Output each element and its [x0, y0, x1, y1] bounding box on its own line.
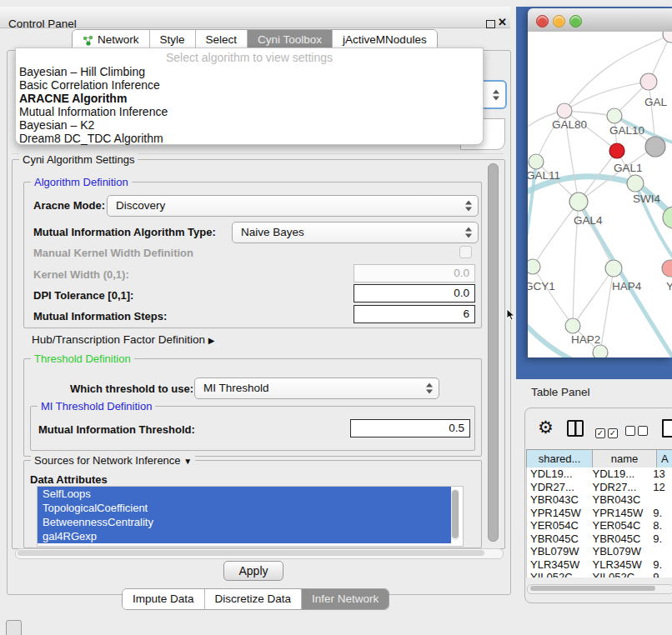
tab-infer-network[interactable]: Infer Network: [302, 589, 389, 609]
node-gal4[interactable]: [569, 192, 588, 211]
attribute-list-item[interactable]: TopologicalCoefficient: [38, 501, 451, 515]
dpi-tolerance-field[interactable]: 0.0: [354, 284, 475, 302]
manual-kernel-checkbox[interactable]: [459, 246, 472, 258]
table-horizontal-scrollbar[interactable]: [527, 584, 672, 594]
table-cell: YDR27...: [589, 481, 650, 494]
tab-impute-data[interactable]: Impute Data: [123, 589, 205, 609]
table-cell: YBR045C: [589, 532, 650, 546]
kernel-width-field[interactable]: 0.0: [354, 264, 475, 282]
node-bottom[interactable]: [593, 345, 608, 358]
split-columns-icon[interactable]: [567, 420, 584, 437]
table-row[interactable]: YDR27...YDR27...12: [527, 481, 672, 494]
attributes-scrollbar[interactable]: [451, 489, 459, 541]
data-attributes-list[interactable]: SelfLoopsTopologicalCoefficientBetweenne…: [37, 486, 464, 547]
select-none-unchecked-icon[interactable]: [625, 424, 650, 439]
algorithm-option[interactable]: Mutual Information Inference: [16, 105, 483, 118]
algorithm-popup: Select algorithm to view settings Bayesi…: [15, 48, 484, 145]
table-row[interactable]: YBL079WYBL079W: [527, 545, 672, 558]
column-header-partial[interactable]: A: [657, 450, 672, 468]
data-attributes-label: Data Attributes: [30, 473, 108, 486]
close-panel-icon[interactable]: ✕: [498, 16, 507, 28]
settings-gear-icon[interactable]: ⚙: [538, 419, 554, 437]
kernel-width-value: 0.0: [454, 265, 469, 282]
attribute-list-item[interactable]: gal4RGexp: [38, 529, 451, 543]
network-edge[interactable]: [579, 202, 614, 268]
algorithm-option[interactable]: Basic Correlation Inference: [16, 78, 483, 92]
table-cell: [649, 493, 672, 507]
node-top-right[interactable]: [663, 32, 672, 42]
mi-threshold-field[interactable]: 0.5: [350, 419, 470, 438]
which-threshold-select[interactable]: MI Threshold: [194, 378, 439, 399]
network-edge[interactable]: [533, 267, 573, 326]
node-hap2[interactable]: [565, 318, 580, 333]
tab-discretize-data[interactable]: Discretize Data: [205, 589, 303, 609]
algorithm-option[interactable]: Bayesian – K2: [16, 118, 483, 132]
hub-definition-toggle[interactable]: Hub/Transcription Factor Definition ▶: [32, 333, 215, 346]
mi-steps-value: 6: [463, 306, 469, 322]
network-edge[interactable]: [564, 82, 649, 111]
algorithm-definition-legend: Algorithm Definition: [31, 176, 132, 188]
node-swi4[interactable]: [627, 175, 644, 192]
node-gal-top[interactable]: [640, 73, 657, 90]
algorithm-option[interactable]: ARACNE Algorithm: [16, 92, 483, 105]
column-header-name[interactable]: name: [593, 450, 657, 468]
algorithm-option[interactable]: Bayesian – Hill Climbing: [16, 65, 483, 78]
table-cell: YLR345W: [527, 558, 589, 572]
mouse-cursor: [506, 308, 516, 322]
table-row[interactable]: YBR043CYBR043C: [527, 493, 672, 507]
network-window-titlebar[interactable]: [528, 8, 672, 32]
document-icon[interactable]: [662, 419, 672, 438]
network-view-window: GALGAL80GAL10GAL1GAL11SWI4GAL4GCY1HAP4YH…: [528, 8, 672, 358]
dpi-tolerance-value: 0.0: [454, 285, 469, 302]
table-cell: YBR043C: [527, 493, 589, 507]
node-label: SWI4: [633, 192, 660, 205]
zoom-traffic-light[interactable]: [569, 15, 582, 28]
algorithm-option[interactable]: Dream8 DC_TDC Algorithm: [16, 132, 483, 145]
table-row[interactable]: YBR045CYBR045C9.: [527, 532, 672, 546]
sources-legend[interactable]: Sources for Network Inference ▼: [31, 454, 195, 467]
attribute-list-item[interactable]: SelfLoops: [38, 487, 451, 501]
mi-type-select[interactable]: Naive Bayes: [232, 222, 479, 243]
node-gcy1[interactable]: [528, 259, 540, 274]
node-label: GCY1: [528, 280, 555, 292]
node-gray[interactable]: [645, 137, 665, 157]
network-edge[interactable]: [533, 202, 579, 267]
table-cell: 12: [649, 481, 672, 494]
table-body: YDL19...YDL19...13YDR27...YDR27...12YBR0…: [526, 468, 672, 578]
node-label: HAP4: [612, 280, 642, 292]
aracne-mode-select[interactable]: Discovery: [107, 195, 479, 217]
mi-type-label: Mutual Information Algorithm Type:: [33, 226, 216, 238]
minimized-panel-icon[interactable]: [6, 620, 22, 635]
mi-steps-field[interactable]: 6: [354, 305, 475, 323]
table-header: shared... name A: [526, 449, 672, 468]
node-red[interactable]: [609, 143, 624, 158]
table-row[interactable]: YLR345WYLR345W9.: [527, 558, 672, 572]
table-row[interactable]: YIL052CYIL052C9.: [527, 571, 672, 578]
node-salmon[interactable]: [662, 260, 672, 277]
node-gal10[interactable]: [607, 108, 622, 123]
attribute-list-item[interactable]: BetweennessCentrality: [38, 515, 451, 529]
control-panel-titlebar[interactable]: Control Panel ✕: [0, 7, 510, 28]
select-all-checked-icon[interactable]: ✓✓: [595, 424, 620, 439]
table-row[interactable]: YDL19...YDL19...13: [527, 468, 672, 481]
apply-button[interactable]: Apply: [223, 561, 283, 581]
settings-horizontal-scrollbar[interactable]: [15, 548, 504, 559]
mi-threshold-value: 0.5: [449, 420, 464, 437]
network-canvas[interactable]: GALGAL80GAL10GAL1GAL11SWI4GAL4GCY1HAP4YH…: [528, 32, 672, 358]
column-header-shared-name[interactable]: shared...: [527, 450, 593, 468]
close-traffic-light[interactable]: [536, 15, 549, 28]
table-row[interactable]: YER054CYER054C8.: [527, 519, 672, 532]
hub-definition-label: Hub/Transcription Factor Definition: [32, 333, 205, 346]
node-gal80[interactable]: [557, 103, 572, 118]
settings-vertical-scrollbar[interactable]: [488, 163, 499, 542]
network-canvas-svg: GALGAL80GAL10GAL1GAL11SWI4GAL4GCY1HAP4YH…: [528, 32, 672, 358]
network-edge[interactable]: [573, 268, 614, 326]
table-cell: 9.: [649, 571, 672, 578]
node-gal11[interactable]: [529, 154, 544, 169]
minimize-traffic-light[interactable]: [553, 15, 565, 28]
table-row[interactable]: YPR145WYPR145W9.: [527, 507, 672, 520]
table-cell: 13: [649, 468, 672, 481]
node-label: GAL10: [609, 124, 644, 137]
float-window-icon[interactable]: [486, 20, 495, 28]
node-hap4[interactable]: [605, 260, 622, 277]
